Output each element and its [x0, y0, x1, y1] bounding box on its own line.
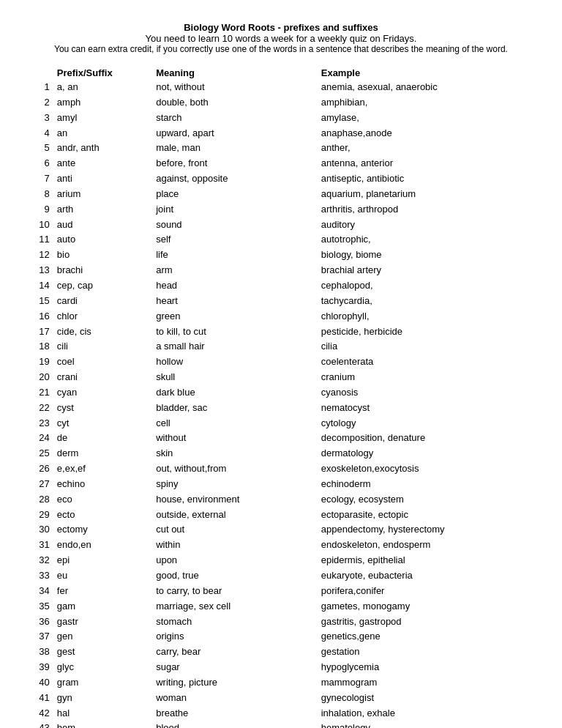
row-example: arthritis, arthropod [318, 202, 533, 218]
row-num: 6 [29, 156, 54, 171]
row-prefix: cyst [54, 401, 153, 416]
table-row: 41gynwomangynecologist [29, 691, 533, 706]
row-example: amylase, [318, 111, 533, 126]
row-meaning: spiny [153, 477, 318, 492]
row-num: 36 [29, 614, 54, 630]
table-row: 14cep, capheadcephalopod, [29, 278, 533, 294]
table-row: 10audsoundauditory [29, 218, 533, 233]
table-row: 12biolifebiology, biome [29, 248, 533, 263]
table-row: 37genoriginsgenetics,gene [29, 629, 533, 645]
row-meaning: hollow [153, 354, 318, 370]
row-prefix: gam [54, 599, 153, 614]
row-example: anther, [318, 141, 533, 156]
row-num: 22 [29, 401, 54, 416]
row-meaning: to kill, to cut [153, 324, 318, 340]
row-example: amphibian, [318, 95, 533, 111]
row-num: 23 [29, 416, 54, 431]
row-num: 4 [29, 126, 54, 141]
row-prefix: anti [54, 171, 153, 187]
row-meaning: head [153, 278, 318, 294]
row-example: autotrophic, [318, 232, 533, 248]
row-num: 35 [29, 599, 54, 614]
row-prefix: cyan [54, 385, 153, 401]
col-example-header: Example [318, 66, 533, 80]
row-example: aquarium, planetarium [318, 187, 533, 202]
row-prefix: coel [54, 354, 153, 370]
row-prefix: echino [54, 477, 153, 492]
table-row: 2amphdouble, bothamphibian, [29, 95, 533, 111]
row-meaning: without [153, 431, 318, 446]
row-example: biology, biome [318, 248, 533, 263]
table-row: 15cardihearttachycardia, [29, 294, 533, 309]
row-num: 30 [29, 522, 54, 538]
row-num: 11 [29, 232, 54, 248]
row-meaning: origins [153, 629, 318, 645]
table-row: 40gramwriting, picturemammogram [29, 675, 533, 691]
row-meaning: within [153, 538, 318, 553]
row-meaning: skin [153, 446, 318, 461]
row-example: decomposition, denature [318, 431, 533, 446]
row-meaning: a small hair [153, 339, 318, 354]
row-prefix: glyc [54, 660, 153, 675]
row-prefix: ante [54, 156, 153, 171]
row-num: 8 [29, 187, 54, 202]
table-row: 24dewithoutdecomposition, denature [29, 431, 533, 446]
row-example: ectoparasite, ectopic [318, 508, 533, 523]
row-meaning: self [153, 232, 318, 248]
table-row: 16chlorgreenchlorophyll, [29, 309, 533, 324]
row-prefix: aud [54, 218, 153, 233]
table-row: 13brachiarmbrachial artery [29, 263, 533, 278]
row-prefix: gest [54, 645, 153, 660]
row-example: ecology, ecosystem [318, 492, 533, 508]
row-prefix: auto [54, 232, 153, 248]
row-prefix: ecto [54, 508, 153, 523]
row-num: 19 [29, 354, 54, 370]
row-example: antenna, anterior [318, 156, 533, 171]
col-meaning-header: Meaning [153, 66, 318, 80]
col-num-header [29, 66, 54, 80]
table-row: 11autoselfautotrophic, [29, 232, 533, 248]
table-row: 28ecohouse, environmentecology, ecosyste… [29, 492, 533, 508]
row-num: 40 [29, 675, 54, 691]
row-meaning: blood [153, 721, 318, 728]
table-row: 34ferto carry, to bearporifera,conifer [29, 584, 533, 599]
row-num: 28 [29, 492, 54, 508]
table-row: 23cytcellcytology [29, 416, 533, 431]
row-prefix: cyt [54, 416, 153, 431]
row-meaning: starch [153, 111, 318, 126]
row-example: appendectomy, hysterectomy [318, 522, 533, 538]
row-example: gestation [318, 645, 533, 660]
row-example: cilia [318, 339, 533, 354]
row-meaning: stomach [153, 614, 318, 630]
row-example: exoskeleton,exocytosis [318, 461, 533, 477]
row-meaning: upward, apart [153, 126, 318, 141]
table-row: 21cyandark bluecyanosis [29, 385, 533, 401]
row-meaning: arm [153, 263, 318, 278]
table-row: 27echinospinyechinoderm [29, 477, 533, 492]
row-num: 20 [29, 370, 54, 385]
row-meaning: good, true [153, 568, 318, 584]
row-meaning: breathe [153, 706, 318, 721]
row-num: 5 [29, 141, 54, 156]
row-meaning: dark blue [153, 385, 318, 401]
row-example: coelenterata [318, 354, 533, 370]
table-row: 20craniskullcranium [29, 370, 533, 385]
row-meaning: woman [153, 691, 318, 706]
table-row: 17cide, cisto kill, to cutpesticide, her… [29, 324, 533, 340]
row-num: 24 [29, 431, 54, 446]
row-meaning: outside, external [153, 508, 318, 523]
row-example: echinoderm [318, 477, 533, 492]
row-num: 37 [29, 629, 54, 645]
row-num: 43 [29, 721, 54, 728]
table-row: 8ariumplaceaquarium, planetarium [29, 187, 533, 202]
row-prefix: e,ex,ef [54, 461, 153, 477]
row-num: 42 [29, 706, 54, 721]
row-example: eukaryote, eubacteria [318, 568, 533, 584]
row-prefix: epi [54, 553, 153, 568]
row-num: 12 [29, 248, 54, 263]
row-prefix: brachi [54, 263, 153, 278]
table-row: 42halbreatheinhalation, exhale [29, 706, 533, 721]
row-num: 15 [29, 294, 54, 309]
row-example: cranium [318, 370, 533, 385]
row-meaning: marriage, sex cell [153, 599, 318, 614]
